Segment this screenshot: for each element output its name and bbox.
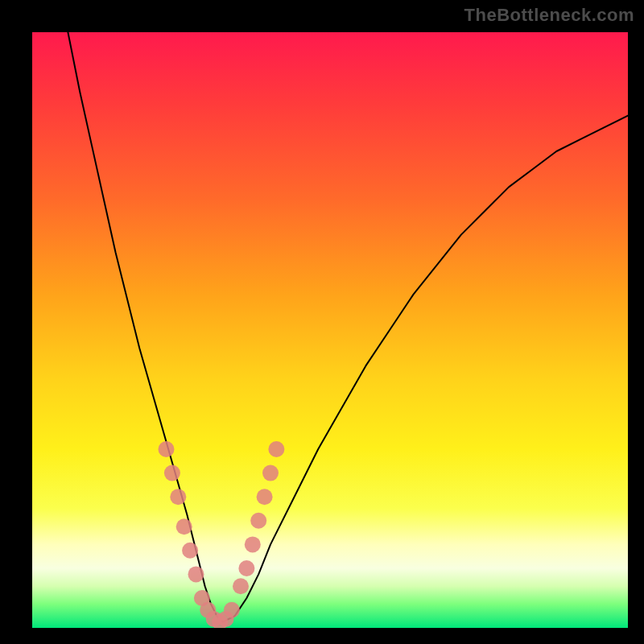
highlight-bead: [257, 489, 273, 505]
highlight-bead: [268, 441, 284, 457]
chart-frame: TheBottleneck.com: [0, 0, 644, 644]
highlight-bead: [224, 602, 240, 618]
highlight-bead: [238, 560, 254, 576]
highlight-bead: [164, 465, 180, 481]
highlight-bead: [245, 536, 261, 552]
highlight-bead: [159, 441, 175, 457]
highlight-bead: [233, 578, 249, 594]
highlight-bead: [188, 566, 204, 582]
highlight-bead: [262, 465, 279, 481]
chart-svg: [32, 32, 628, 628]
bottleneck-curve: [68, 32, 628, 622]
highlight-bead: [170, 489, 186, 505]
watermark-text: TheBottleneck.com: [464, 5, 634, 26]
highlight-bead: [250, 513, 266, 529]
highlight-bead: [182, 543, 198, 559]
plot-area: [32, 32, 628, 628]
highlight-bead: [176, 518, 192, 535]
